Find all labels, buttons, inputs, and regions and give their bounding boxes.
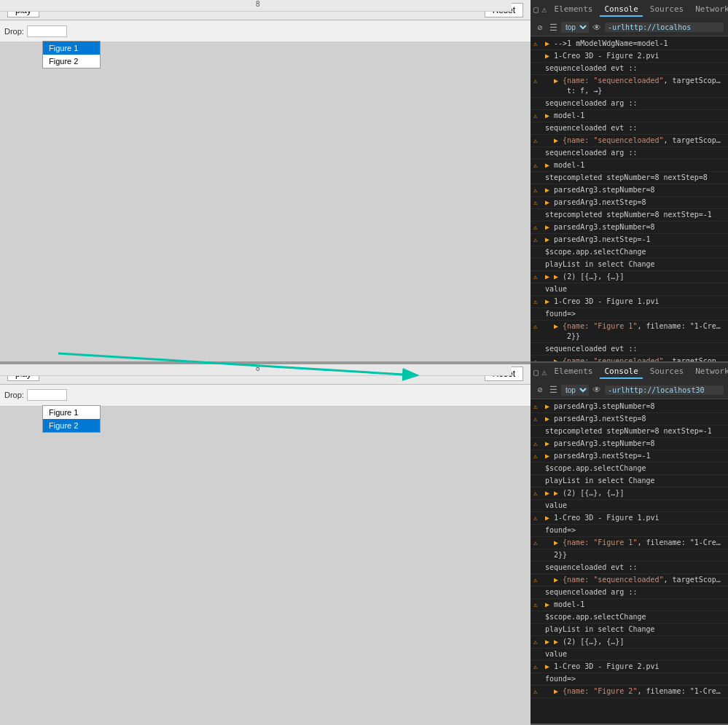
log-entry: sequenceloaded evt :: xyxy=(531,63,728,75)
log-entry: ▶ parsedArg3.nextStep=8 xyxy=(531,197,728,209)
bottom-select[interactable]: top xyxy=(561,385,589,396)
bottom-header: play Reset 8 Drop: Figur Figure 1 Figure… xyxy=(0,364,531,407)
log-entry: ▶ {name: "sequenceloaded", targetScope: … xyxy=(531,135,728,147)
log-entry: ▶ parsedArg3.nextStep=8 xyxy=(531,413,728,426)
tab-elements-top[interactable]: Elements xyxy=(549,3,597,17)
log-entry: sequenceloaded arg :: xyxy=(531,98,728,110)
log-entry: sequenceloaded arg :: xyxy=(531,587,728,599)
log-entry: $scope.app.selectChange xyxy=(531,246,728,259)
log-entry: ▶ 1-Creo 3D - Figure 1.pvi xyxy=(531,296,728,308)
dropdown-item-figure1-bottom[interactable]: Figure 1 xyxy=(43,406,100,419)
devtools-bottom: ▢ ⚠ Elements Console Sources Network Per… xyxy=(531,363,728,726)
drop-row-top: Drop: Figur Figure 1 Figure 2 xyxy=(0,20,531,42)
devtools-toolbar-bottom: ▢ ⚠ Elements Console Sources Network Per… xyxy=(531,363,728,382)
eye-icon-top[interactable]: 👁 xyxy=(592,23,602,33)
right-panel: ▢ ⚠ Elements Console Sources Network ⊘ ☰… xyxy=(531,0,728,725)
block-icon-top[interactable]: ⊘ xyxy=(535,23,545,33)
log-entry: ▶ 1-Creo 3D - Figure 1.pvi xyxy=(531,512,728,525)
log-entry: ▶ {name: "sequenceloaded", targetScope: … xyxy=(531,356,728,361)
dropdown-bottom: Figure 1 Figure 2 xyxy=(42,405,101,433)
log-entry: ▶ ▶ (2) [{…}, {…}] xyxy=(531,271,728,283)
log-entry: ▶ model-1 xyxy=(531,160,728,172)
log-entry: playList in select Change xyxy=(531,624,728,636)
log-entry: found=> xyxy=(531,525,728,537)
log-entry: sequenceloaded arg :: xyxy=(531,147,728,160)
drop-input-bottom[interactable]: Figur xyxy=(27,389,67,401)
log-entry: stepcompleted stepNumber=8 nextStep=8 xyxy=(531,172,728,184)
log-entry: ▶ model-1 xyxy=(531,599,728,611)
log-entry: value xyxy=(531,500,728,512)
top-ruler: 8 xyxy=(0,0,512,12)
tab-elements-bottom[interactable]: Elements xyxy=(549,365,597,379)
log-entry: ▶ {name: "Figure 1", filename: "1-Creo 3… xyxy=(531,537,728,549)
url-display-bottom: -urlhttp://localhost30 xyxy=(605,385,724,395)
drop-input-top[interactable]: Figur xyxy=(27,26,67,37)
top-header: play Reset 8 Drop: Figur Figure 1 Figure… xyxy=(0,0,531,42)
log-entry: sequenceloaded evt :: xyxy=(531,343,728,356)
console-log-top[interactable]: ▶ -->1 mModelWdgName=model-1 ▶ 1-Creo 3D… xyxy=(531,36,728,361)
dropdown-item-figure1-top[interactable]: Figure 1 xyxy=(43,42,100,55)
tab-sources-bottom[interactable]: Sources xyxy=(646,365,688,379)
log-entry: ▶ {name: "Figure 2", filename: "1-Creo 3… xyxy=(531,686,728,698)
dropdown-item-figure2-top[interactable]: Figure 2 xyxy=(43,55,100,68)
tab-sources-top[interactable]: Sources xyxy=(646,3,688,17)
eye-icon-bottom[interactable]: 👁 xyxy=(592,385,602,395)
log-entry: found=> xyxy=(531,673,728,686)
tab-console-bottom[interactable]: Console xyxy=(600,365,642,379)
devtools-triangle-icon[interactable]: ⚠ xyxy=(541,4,547,15)
drop-label-top: Drop: xyxy=(4,27,24,36)
log-entry: value xyxy=(531,648,728,661)
log-entry: ▶ parsedArg3.stepNumber=8 xyxy=(531,222,728,234)
log-entry: ▶ parsedArg3.nextStep=-1 xyxy=(531,234,728,246)
log-entry: $scope.app.selectChange xyxy=(531,463,728,475)
bottom-ruler: 8 xyxy=(0,364,512,376)
log-entry: stepcompleted stepNumber=8 nextStep=-1 xyxy=(531,209,728,222)
log-entry: ▶ 1-Creo 3D - Figure 2.pvi xyxy=(531,661,728,673)
dropdown-top: Figure 1 Figure 2 xyxy=(42,41,101,68)
log-entry: ▶ parsedArg3.stepNumber=8 xyxy=(531,401,728,413)
log-entry: playList in select Change xyxy=(531,475,728,487)
log-entry: ▶ parsedArg3.stepNumber=8 xyxy=(531,438,728,450)
tab-network-bottom[interactable]: Network xyxy=(691,365,728,379)
viewer-bottom: play Reset 8 Drop: Figur Figure 1 Figure… xyxy=(0,364,531,726)
drop-row-bottom: Drop: Figur Figure 1 Figure 2 xyxy=(0,385,531,407)
devtools-triangle-icon-b[interactable]: ⚠ xyxy=(541,367,547,377)
log-entry: found=> xyxy=(531,308,728,321)
drop-label-bottom: Drop: xyxy=(4,391,24,399)
ruler-mark-top: 8 xyxy=(256,0,260,8)
log-entry: ▶ {name: "sequenceloaded", targetScope: … xyxy=(531,75,728,98)
log-entry: playList in select Change xyxy=(531,259,728,271)
url-display-top: -urlhttp://localhos xyxy=(605,23,724,32)
left-panel: play Reset 8 Drop: Figur Figure 1 Figure… xyxy=(0,0,531,725)
log-entry: ▶ parsedArg3.nextStep=-1 xyxy=(531,450,728,463)
devtools-square-icon[interactable]: ▢ xyxy=(533,4,539,15)
log-entry: ▶ model-1 xyxy=(531,110,728,122)
tab-console-top[interactable]: Console xyxy=(600,3,642,17)
log-entry: ▶ ▶ (2) [{…}, {…}] xyxy=(531,636,728,648)
log-entry: 2}} xyxy=(531,549,728,562)
devtools-bar2-top: ⊘ ☰ top 👁 -urlhttp://localhos xyxy=(531,19,728,36)
log-entry: ▶ ▶ (2) [{…}, {…}] xyxy=(531,487,728,500)
log-entry: ▶ {name: "Figure 1", filename: "1-Creo 3… xyxy=(531,321,728,343)
log-entry: ▶ {name: "sequenceloaded", targetScope: … xyxy=(531,574,728,587)
log-entry: ▶ 1-Creo 3D - Figure 2.pvi xyxy=(531,50,728,63)
log-entry: sequenceloaded evt :: xyxy=(531,562,728,574)
log-entry: $scope.app.selectChange xyxy=(531,611,728,624)
viewer-top: play Reset 8 Drop: Figur Figure 1 Figure… xyxy=(0,0,531,364)
filter-icon-top[interactable]: ☰ xyxy=(548,23,558,33)
log-entry: ▶ parsedArg3.stepNumber=8 xyxy=(531,184,728,197)
log-entry: stepcompleted stepNumber=8 nextStep=-1 xyxy=(531,426,728,438)
log-entry: value xyxy=(531,283,728,296)
devtools-top: ▢ ⚠ Elements Console Sources Network ⊘ ☰… xyxy=(531,0,728,363)
devtools-square-icon-b[interactable]: ▢ xyxy=(533,367,539,377)
tab-network-top[interactable]: Network xyxy=(691,3,728,17)
block-icon-bottom[interactable]: ⊘ xyxy=(535,385,545,395)
console-log-bottom[interactable]: ▶ parsedArg3.stepNumber=8 ▶ parsedArg3.n… xyxy=(531,399,728,724)
log-entry: sequenceloaded evt :: xyxy=(531,122,728,135)
ruler-mark-bottom: 8 xyxy=(256,364,260,372)
log-entry: ▶ -->1 mModelWdgName=model-1 xyxy=(531,38,728,50)
top-select[interactable]: top xyxy=(561,22,589,33)
filter-icon-bottom[interactable]: ☰ xyxy=(548,385,558,395)
devtools-bar2-bottom: ⊘ ☰ top 👁 -urlhttp://localhost30 xyxy=(531,382,728,399)
dropdown-item-figure2-bottom[interactable]: Figure 2 xyxy=(43,419,100,432)
